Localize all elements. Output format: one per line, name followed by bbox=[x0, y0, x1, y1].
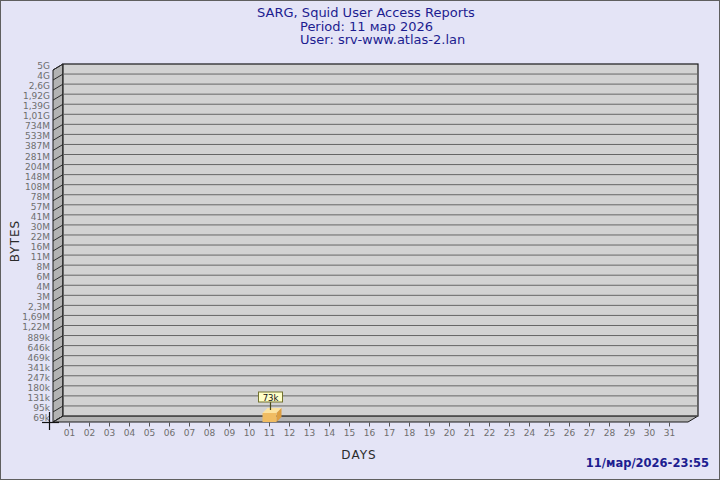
x-tick-label: 12 bbox=[284, 428, 295, 438]
y-tick-label: 78M bbox=[31, 192, 50, 202]
y-tick-label: 2,3M bbox=[28, 302, 50, 312]
y-tick-label: 2,6G bbox=[29, 81, 50, 91]
x-tick-label: 09 bbox=[224, 428, 236, 438]
x-tick-label: 20 bbox=[444, 428, 456, 438]
y-tick-label: 341k bbox=[28, 363, 51, 373]
sarg-report-page: SARG, Squid User Access Reports Period: … bbox=[0, 0, 720, 480]
chart-floor bbox=[53, 416, 698, 422]
x-tick-label: 22 bbox=[484, 428, 495, 438]
y-tick-label: 57M bbox=[31, 202, 50, 212]
y-tick-label: 533M bbox=[25, 131, 50, 141]
y-tick-label: 646k bbox=[28, 343, 51, 353]
x-tick-label: 19 bbox=[424, 428, 436, 438]
x-tick-label: 06 bbox=[164, 428, 176, 438]
x-tick-label: 14 bbox=[324, 428, 336, 438]
y-tick-label: 1,69M bbox=[22, 312, 50, 322]
x-tick-label: 02 bbox=[84, 428, 95, 438]
y-tick-label: 387M bbox=[25, 141, 50, 151]
x-tick-label: 15 bbox=[344, 428, 355, 438]
y-tick-label: 469k bbox=[28, 353, 51, 363]
x-tick-label: 30 bbox=[644, 428, 656, 438]
x-tick-label: 16 bbox=[364, 428, 376, 438]
x-tick-label: 13 bbox=[304, 428, 315, 438]
x-tick-label: 04 bbox=[124, 428, 136, 438]
x-tick-label: 29 bbox=[624, 428, 636, 438]
x-tick-label: 11 bbox=[264, 428, 275, 438]
y-tick-label: 3M bbox=[37, 292, 51, 302]
x-tick-label: 26 bbox=[564, 428, 576, 438]
y-tick-label: 4M bbox=[37, 282, 51, 292]
y-tick-label: 8M bbox=[37, 262, 51, 272]
y-tick-label: 5G bbox=[37, 61, 50, 71]
y-tick-label: 41M bbox=[31, 212, 50, 222]
y-tick-label: 281M bbox=[25, 152, 50, 162]
y-tick-label: 30M bbox=[31, 222, 50, 232]
y-tick-label: 131k bbox=[28, 393, 51, 403]
x-tick-label: 18 bbox=[404, 428, 416, 438]
x-tick-label: 21 bbox=[464, 428, 475, 438]
y-tick-label: 148M bbox=[25, 172, 50, 182]
x-tick-label: 24 bbox=[524, 428, 536, 438]
y-tick-label: 734M bbox=[25, 121, 50, 131]
y-tick-label: 16M bbox=[31, 242, 50, 252]
y-tick-label: 247k bbox=[28, 373, 51, 383]
y-tick-label: 4G bbox=[37, 71, 50, 81]
x-tick-label: 27 bbox=[584, 428, 595, 438]
y-tick-label: 95k bbox=[33, 403, 50, 413]
y-tick-label: 1,22M bbox=[22, 322, 50, 332]
y-tick-label: 108M bbox=[25, 182, 50, 192]
x-tick-label: 28 bbox=[604, 428, 616, 438]
y-tick-label: 11M bbox=[31, 252, 50, 262]
y-axis-title: BYTES bbox=[8, 220, 22, 262]
x-tick-label: 08 bbox=[204, 428, 216, 438]
x-tick-label: 01 bbox=[64, 428, 75, 438]
y-tick-label: 889k bbox=[28, 333, 51, 343]
y-tick-label: 22M bbox=[31, 232, 50, 242]
chart-plot-face bbox=[63, 64, 698, 416]
x-tick-label: 10 bbox=[244, 428, 256, 438]
y-tick-label: 204M bbox=[25, 162, 50, 172]
x-tick-label: 17 bbox=[384, 428, 395, 438]
y-tick-label: 6M bbox=[37, 272, 51, 282]
report-generated-timestamp: 11/мар/2026-23:55 bbox=[586, 456, 709, 470]
x-tick-label: 31 bbox=[664, 428, 675, 438]
x-axis-title: DAYS bbox=[341, 448, 376, 462]
x-tick-label: 03 bbox=[104, 428, 115, 438]
y-tick-label: 1,39G bbox=[23, 101, 50, 111]
bar-day-11 bbox=[263, 413, 277, 422]
y-tick-label: 69k bbox=[33, 413, 50, 423]
x-tick-label: 05 bbox=[144, 428, 155, 438]
x-tick-label: 23 bbox=[504, 428, 515, 438]
y-tick-label: 1,01G bbox=[23, 111, 50, 121]
x-tick-label: 07 bbox=[184, 428, 195, 438]
x-tick-label: 25 bbox=[544, 428, 555, 438]
bytes-per-day-chart: 5G4G2,6G1,92G1,39G1,01G734M533M387M281M2… bbox=[1, 1, 720, 480]
y-tick-label: 180k bbox=[28, 383, 51, 393]
y-tick-label: 1,92G bbox=[23, 91, 50, 101]
bar-value-annotation: 73k bbox=[263, 393, 279, 403]
